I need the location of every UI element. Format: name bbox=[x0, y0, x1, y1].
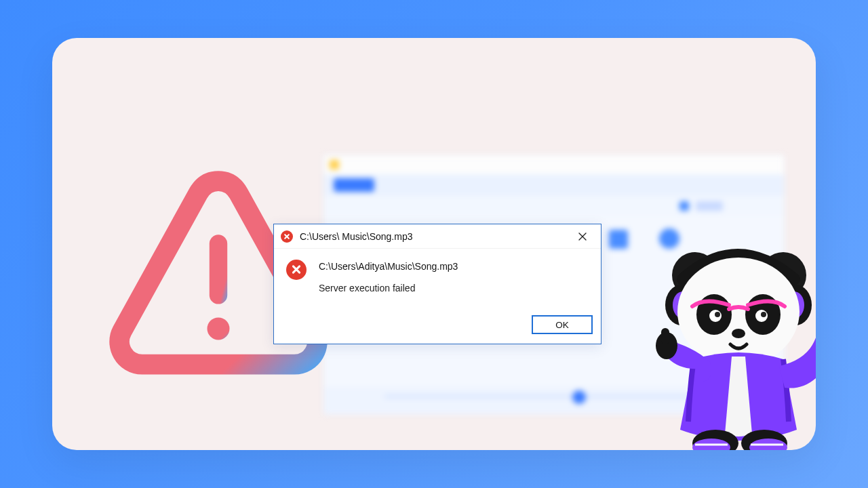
svg-point-21 bbox=[692, 430, 738, 450]
error-circle-icon bbox=[281, 230, 293, 243]
error-message: Server execution failed bbox=[319, 283, 458, 293]
svg-point-1 bbox=[208, 317, 230, 340]
svg-rect-0 bbox=[210, 235, 227, 304]
dialog-footer: OK bbox=[274, 308, 601, 344]
dialog-body: C:\Users\Aditya\Music\Song.mp3 Server ex… bbox=[274, 249, 601, 308]
error-circle-icon bbox=[286, 260, 307, 280]
content-card: C:\Users\ Music\Song.mp3 C:\Users\Aditya… bbox=[52, 38, 816, 450]
close-icon bbox=[578, 232, 587, 241]
svg-point-8 bbox=[784, 291, 804, 319]
svg-point-24 bbox=[749, 439, 787, 450]
ok-button[interactable]: OK bbox=[532, 315, 593, 334]
error-file-path: C:\Users\Aditya\Music\Song.mp3 bbox=[319, 261, 458, 272]
svg-point-22 bbox=[741, 430, 787, 450]
dialog-titlebar[interactable]: C:\Users\ Music\Song.mp3 bbox=[274, 224, 601, 249]
close-button[interactable] bbox=[571, 227, 594, 246]
dialog-title: C:\Users\ Music\Song.mp3 bbox=[300, 231, 571, 242]
error-dialog: C:\Users\ Music\Song.mp3 C:\Users\Aditya… bbox=[273, 224, 601, 344]
svg-point-23 bbox=[692, 439, 730, 450]
